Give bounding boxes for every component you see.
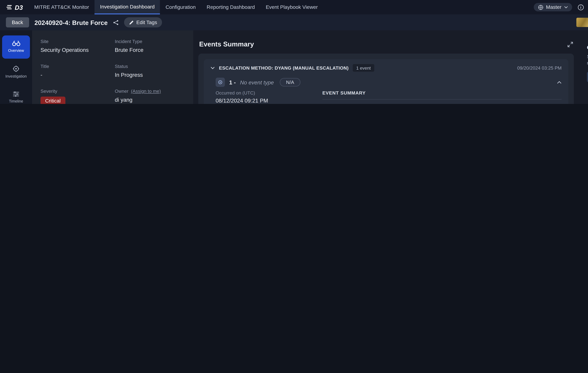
field-title: Title -	[41, 64, 111, 78]
occurred-value: 08/12/2024 09:21 PM	[216, 97, 310, 104]
d3-logo-text: D3	[15, 3, 23, 11]
left-rail: Overview Investigation Timeline Events P…	[0, 30, 32, 104]
event-times-column: Occurred on (UTC) 08/12/2024 09:21 PM La…	[216, 90, 310, 104]
field-status: Status In Progress	[115, 64, 185, 78]
event-count-badge: 1 event	[353, 64, 374, 72]
d3-logo-icon	[6, 5, 13, 10]
section-title: Events Summary	[199, 41, 254, 48]
nav-reporting-dashboard[interactable]: Reporting Dashboard	[201, 0, 260, 14]
rail-label: Timeline	[9, 99, 23, 104]
incident-owner-avatar[interactable]	[576, 18, 588, 27]
field-value: Security Operations	[41, 47, 111, 53]
nav-event-playbook-viewer[interactable]: Event Playbook Viewer	[260, 0, 323, 14]
field-label: Owner (Assign to me)	[115, 89, 185, 93]
field-value: In Progress	[115, 72, 185, 78]
module-item-tactics-techniques[interactable]: Tactics & Techniques	[587, 82, 588, 93]
event-type-icon	[216, 78, 225, 87]
overview-main: Events Summary ESCALATION METHOD: DYANG …	[193, 30, 581, 104]
globe-icon	[538, 4, 543, 10]
field-label: Status	[115, 64, 185, 69]
field-label: Title	[41, 64, 111, 69]
incident-header: Back 20240920-4: Brute Force Edit Tags ×…	[0, 14, 588, 30]
edit-tags-label: Edit Tags	[136, 19, 157, 25]
share-icon[interactable]	[113, 20, 119, 25]
event-number: 1 -	[229, 79, 236, 85]
event-summary-heading: EVENT SUMMARY	[322, 90, 562, 100]
top-navigation: D3 MITRE ATT&CK Monitor Investigation Da…	[0, 0, 588, 14]
environment-label: Master	[546, 4, 562, 10]
pencil-icon	[129, 20, 134, 25]
incident-title: 20240920-4: Brute Force	[34, 19, 108, 26]
nav-investigation-dashboard[interactable]: Investigation Dashboard	[94, 0, 160, 14]
escalation-title: ESCALATION METHOD: DYANG (MANUAL ESCALAT…	[219, 65, 348, 70]
rail-item-timeline[interactable]: Timeline	[2, 86, 30, 104]
chevron-up-icon[interactable]	[557, 81, 562, 84]
module-panel-subtitle: Select from the following modules you wi…	[587, 54, 588, 66]
field-site: Site Security Operations	[41, 39, 111, 53]
module-item-investigation-team[interactable]: Investigation Team	[587, 103, 588, 104]
escalation-header[interactable]: ESCALATION METHOD: DYANG (MANUAL ESCALAT…	[210, 64, 562, 72]
overview-module-panel: Overview Module Select from the followin…	[581, 30, 588, 104]
occurred-label: Occurred on (UTC)	[216, 90, 310, 95]
field-label: Incident Type	[115, 39, 185, 44]
event-detail-columns: Occurred on (UTC) 08/12/2024 09:21 PM La…	[216, 90, 562, 104]
nav-configuration[interactable]: Configuration	[160, 0, 201, 14]
field-value: -	[41, 72, 111, 78]
assign-to-me-link[interactable]: (Assign to me)	[131, 89, 161, 93]
incident-details-panel: Site Security Operations Incident Type B…	[32, 30, 193, 104]
events-summary-header: Events Summary	[199, 41, 573, 48]
rail-item-investigation[interactable]: Investigation	[2, 61, 30, 84]
field-value: di yang	[115, 97, 185, 103]
field-owner: Owner (Assign to me) di yang	[115, 89, 185, 104]
environment-selector[interactable]: Master	[534, 3, 572, 11]
module-panel-title: Overview Module	[587, 44, 588, 51]
rail-item-overview[interactable]: Overview	[2, 35, 30, 59]
sliders-icon	[13, 91, 19, 97]
event-type-text: No event type	[240, 79, 274, 85]
edit-tags-button[interactable]: Edit Tags	[124, 17, 162, 27]
severity-badge[interactable]: Critical	[41, 97, 65, 104]
events-summary-card: ESCALATION METHOD: DYANG (MANUAL ESCALAT…	[198, 54, 574, 104]
rail-label: Investigation	[5, 74, 27, 79]
event-summary-column: EVENT SUMMARY Unique Key 1	[322, 90, 562, 104]
binoculars-icon	[12, 41, 21, 47]
target-icon	[13, 65, 19, 72]
module-item-events-summary[interactable]: Events Summary	[587, 72, 588, 82]
owner-label: Owner	[115, 89, 128, 93]
nav-mitre-attck-monitor[interactable]: MITRE ATT&CK Monitor	[29, 0, 94, 14]
info-icon[interactable]	[578, 4, 584, 10]
incident-details-grid: Site Security Operations Incident Type B…	[41, 39, 185, 104]
incident-header-right: × Close Incident ⋮	[576, 17, 588, 27]
field-severity: Severity Critical	[41, 89, 111, 104]
app-window: D3 MITRE ATT&CK Monitor Investigation Da…	[0, 0, 588, 104]
event-row[interactable]: 1 - No event type N/A	[216, 78, 562, 87]
expand-icon[interactable]	[567, 41, 573, 47]
chevron-down-icon	[564, 6, 568, 9]
field-incident-type: Incident Type Brute Force	[115, 39, 185, 53]
field-value: Brute Force	[115, 47, 185, 53]
chevron-down-icon[interactable]	[210, 67, 215, 69]
escalation-card: ESCALATION METHOD: DYANG (MANUAL ESCALAT…	[204, 59, 568, 104]
module-item-playbook[interactable]: Playbook	[587, 93, 588, 103]
field-label: Site	[41, 39, 111, 44]
field-label: Severity	[41, 89, 111, 93]
escalation-date: 09/20/2024 03:25 PM	[517, 65, 562, 70]
back-button[interactable]: Back	[6, 17, 29, 27]
d3-logo[interactable]: D3	[6, 3, 23, 11]
na-badge: N/A	[280, 78, 300, 86]
topnav-right-cluster: Master + Incident	[534, 3, 588, 12]
rail-label: Overview	[8, 49, 24, 53]
